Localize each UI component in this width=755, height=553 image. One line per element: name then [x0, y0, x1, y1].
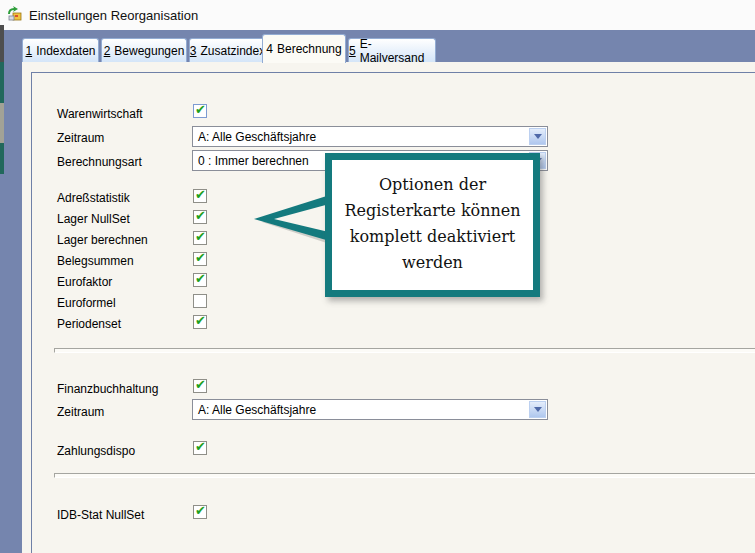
field-label-finanzbuchhaltung: Finanzbuchhaltung [57, 382, 158, 396]
tab-label: Berechnung [277, 42, 342, 56]
checkbox-idb-stat-nullset[interactable]: ✔ [193, 505, 207, 519]
field-label-idb-stat-nullset: IDB-Stat NullSet [57, 508, 144, 522]
field-label-belegsummen: Belegsummen [57, 254, 134, 268]
field-label-adressstatistik: Adreßstatistik [57, 191, 130, 205]
field-label-zahlungsdispo: Zahlungsdispo [57, 444, 135, 458]
check-icon: ✔ [195, 102, 206, 117]
callout-line: komplett deaktiviert [332, 224, 533, 250]
checkbox-eurofaktor[interactable]: ✔ [193, 273, 207, 287]
tab-mnemonic: 5 [349, 44, 356, 58]
background-artifact [0, 143, 4, 174]
chevron-down-icon [534, 134, 542, 139]
field-label-periodenset: Periodenset [57, 317, 121, 331]
einstellungen-reorganisation-window: Einstellungen Reorganisation 1 Indexdate… [0, 0, 755, 553]
check-icon: ✔ [195, 439, 206, 454]
background-artifact [0, 25, 4, 62]
check-icon: ✔ [195, 250, 206, 265]
app-icon [6, 5, 24, 23]
background-artifact [0, 62, 4, 103]
check-icon: ✔ [195, 229, 206, 244]
field-label-lager-nullset: Lager NullSet [57, 212, 130, 226]
field-label-eurofaktor: Eurofaktor [57, 275, 112, 289]
check-icon: ✔ [195, 271, 206, 286]
chevron-down-icon [534, 407, 542, 412]
checkbox-zahlungsdispo[interactable]: ✔ [193, 441, 207, 455]
tab-emailversand[interactable]: 5 E-Mailversand [348, 38, 436, 62]
background-artifact [0, 103, 4, 143]
callout-line: Registerkarte können [332, 198, 533, 224]
combo-zeitraum-2[interactable]: A: Alle Geschäftsjahre [192, 399, 548, 420]
combo-value: A: Alle Geschäftsjahre [198, 130, 316, 144]
section-separator [54, 348, 755, 353]
tab-mnemonic: 3 [190, 44, 197, 58]
tab-bewegungen[interactable]: 2 Bewegungen [101, 38, 187, 62]
field-label-zeitraum-2: Zeitraum [57, 405, 104, 419]
tab-indexdaten[interactable]: 1 Indexdaten [22, 38, 99, 62]
checkbox-belegsummen[interactable]: ✔ [193, 252, 207, 266]
callout-line: werden [332, 250, 533, 276]
tab-label: Zusatzindex [201, 44, 266, 58]
checkbox-adressstatistik[interactable]: ✔ [193, 189, 207, 203]
checkbox-finanzbuchhaltung[interactable]: ✔ [193, 379, 207, 393]
callout-pointer [254, 192, 334, 246]
checkbox-warenwirtschaft[interactable]: ✔ [193, 104, 207, 118]
field-label-lager-berechnen: Lager berechnen [57, 233, 148, 247]
field-label-zeitraum-1: Zeitraum [57, 131, 104, 145]
tab-label: Bewegungen [114, 44, 184, 58]
window-title: Einstellungen Reorganisation [29, 8, 198, 23]
field-label-euroformel: Euroformel [57, 296, 116, 310]
window-titlebar: Einstellungen Reorganisation [0, 0, 755, 30]
field-label-berechnungsart: Berechnungsart [57, 155, 142, 169]
check-icon: ✔ [195, 208, 206, 223]
checkbox-euroformel[interactable] [193, 294, 207, 308]
check-icon: ✔ [195, 503, 206, 518]
combo-dropdown-button[interactable] [529, 401, 546, 418]
tab-berechnung[interactable]: 4 Berechnung [262, 34, 346, 63]
checkbox-periodenset[interactable]: ✔ [193, 315, 207, 329]
checkbox-lager-berechnen[interactable]: ✔ [193, 231, 207, 245]
section-separator [54, 473, 755, 478]
combo-value: 0 : Immer berechnen [198, 154, 309, 168]
tab-label: E-Mailversand [360, 37, 435, 65]
tab-zusatzindex[interactable]: 3 Zusatzindex [189, 38, 266, 62]
combo-value: A: Alle Geschäftsjahre [198, 403, 316, 417]
tab-mnemonic: 2 [104, 44, 111, 58]
callout-annotation: Optionen der Registerkarte können komple… [325, 153, 540, 297]
check-icon: ✔ [195, 187, 206, 202]
tab-label: Indexdaten [36, 44, 95, 58]
check-icon: ✔ [195, 313, 206, 328]
field-label-warenwirtschaft: Warenwirtschaft [57, 107, 143, 121]
tab-mnemonic: 4 [266, 42, 273, 56]
combo-zeitraum-1[interactable]: A: Alle Geschäftsjahre [192, 126, 548, 147]
checkbox-lager-nullset[interactable]: ✔ [193, 210, 207, 224]
check-icon: ✔ [195, 377, 206, 392]
callout-line: Optionen der [332, 172, 533, 198]
tab-mnemonic: 1 [25, 44, 32, 58]
combo-dropdown-button[interactable] [529, 128, 546, 145]
